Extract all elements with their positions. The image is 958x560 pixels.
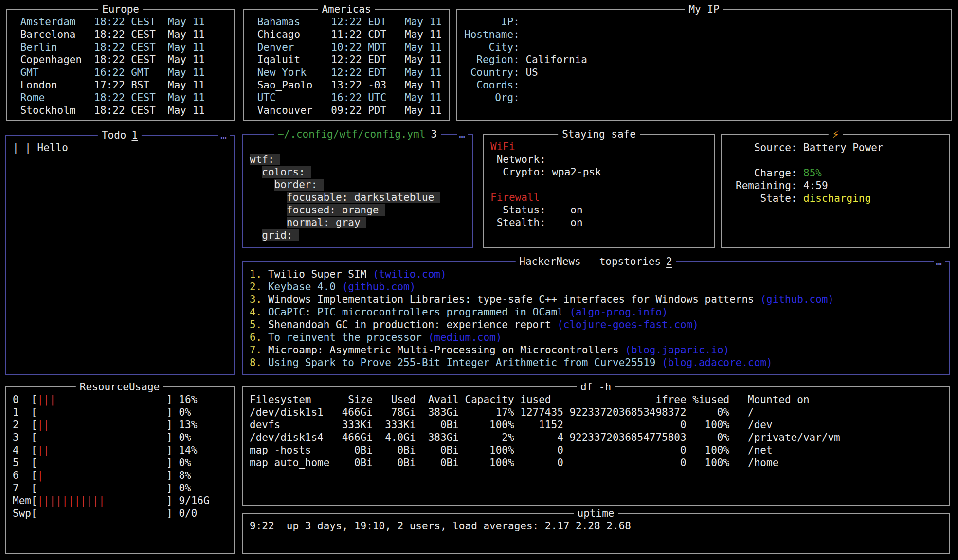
hn-story-item[interactable]: 5. Shenandoah GC in production: experien… — [250, 318, 945, 331]
battery-row: Remaining: 4:59 — [736, 179, 945, 192]
hn-rank: 7. — [250, 344, 268, 356]
ip-detail-label: Country: — [464, 67, 520, 78]
panel-title-resource-usage: ResourceUsage — [76, 381, 163, 393]
panel-clocks-europe: Europe Amsterdam 18:22 CEST May 11 Barce… — [6, 9, 235, 121]
clock-row: New_York 12:22 EDT May 11 — [251, 66, 445, 79]
clock-row: Denver 10:22 MDT May 11 — [251, 41, 445, 53]
hn-story-item[interactable]: 1. Twilio Super SIM (twilio.com) — [250, 268, 945, 280]
meter-bars: ||||||||||| — [37, 495, 167, 507]
panel-hackernews[interactable]: HackerNews - topstories2 … 1. Twilio Sup… — [242, 261, 950, 375]
hn-story-title: OCaPIC: PIC microcontrollers programmed … — [268, 306, 570, 318]
config-code: focusable: darkslateblue — [287, 192, 440, 203]
config-line: focused: orange — [250, 204, 468, 216]
hn-story-link: (blog.japaric.io) — [625, 344, 729, 356]
ip-detail-value — [520, 29, 526, 40]
resource-meter-row: 7 [ ] 0% — [13, 482, 230, 494]
hn-rank: 4. — [250, 306, 268, 318]
clock-row: Berlin 18:22 CEST May 11 — [14, 41, 230, 53]
meter-label: 4 [ — [13, 444, 37, 456]
ip-detail-label: City: — [464, 41, 520, 53]
meter-label: 5 [ — [13, 457, 37, 469]
clock-row: Copenhagen 18:22 CEST May 11 — [14, 53, 230, 66]
todo-overflow-indicator-icon: … — [218, 129, 230, 141]
meter-label: 0 [ — [13, 394, 37, 405]
hn-rank: 8. — [250, 357, 268, 368]
meter-value: ] 0% — [166, 406, 191, 418]
hn-story-title: Keybase 4.0 — [268, 281, 342, 293]
hn-rank: 5. — [250, 319, 268, 331]
uptime-text: 9:22 up 3 days, 19:10, 2 users, load ave… — [243, 514, 949, 553]
security-text: Network: — [490, 154, 546, 165]
todo-focus-index: 1 — [131, 129, 138, 141]
ip-detail-value: California — [520, 54, 587, 66]
clock-row: Barcelona 18:22 CEST May 11 — [14, 28, 230, 41]
ip-detail-label: IP: — [464, 16, 520, 28]
config-line: grid: — [250, 229, 468, 242]
config-line: wtf: — [250, 153, 468, 166]
ip-detail-row: Org: — [464, 91, 947, 104]
hn-story-item[interactable]: 2. Keybase 4.0 (github.com) — [250, 280, 945, 293]
clock-row: London 17:22 BST May 11 — [14, 79, 230, 91]
meter-bars — [37, 457, 167, 469]
panel-title-americas: Americas — [318, 3, 375, 16]
hackernews-focus-index: 2 — [666, 256, 672, 267]
panel-title-uptime: uptime — [574, 507, 618, 520]
security-text: Stealth: on — [490, 217, 583, 228]
hn-story-link: (algo-prog.info) — [569, 306, 668, 318]
battery-label: Charge: — [736, 167, 803, 179]
panel-title-config: ~/.config/wtf/config.yml3 — [274, 128, 441, 140]
security-line: WiFi — [490, 140, 710, 153]
clocks-americas-list: Bahamas 12:22 EDT May 11 Chicago 11:22 C… — [244, 10, 449, 120]
meter-bars — [37, 482, 167, 494]
panel-battery: ⚡ Source: Battery Power Charge: 85%Remai… — [721, 134, 950, 248]
ip-detail-label: Coords: — [464, 79, 520, 91]
clock-row: UTC 16:22 UTC May 11 — [251, 91, 445, 104]
meter-label: 2 [ — [13, 419, 37, 431]
hn-story-title: Windows Implementation Libraries: type-s… — [268, 294, 760, 305]
hn-story-item[interactable]: 7. Microamp: Asymmetric Multi-Processing… — [250, 344, 945, 356]
security-line: Status: on — [490, 204, 710, 216]
meter-value: ] 0% — [166, 482, 191, 494]
clock-row: Chicago 11:22 CDT May 11 — [251, 28, 445, 41]
config-code: focused: orange — [287, 204, 385, 216]
hn-story-title: Using Spark to Prove 255-Bit Integer Ari… — [268, 357, 662, 368]
battery-row: Source: Battery Power — [736, 141, 945, 154]
battery-details: Source: Battery Power Charge: 85%Remaini… — [722, 135, 949, 247]
clocks-europe-list: Amsterdam 18:22 CEST May 11 Barcelona 18… — [7, 10, 234, 120]
meter-bars — [37, 508, 167, 519]
ip-detail-row: IP: — [464, 16, 947, 28]
panel-config-file[interactable]: ~/.config/wtf/config.yml3 … wtf: colors:… — [242, 134, 473, 248]
meter-label: 7 [ — [13, 482, 37, 494]
meter-label: 6 [ — [13, 470, 37, 481]
security-text: Crypto: wpa2-psk — [490, 166, 601, 178]
ip-detail-value — [520, 92, 526, 104]
hn-story-item[interactable]: 6. To reinvent the processor (medium.com… — [250, 331, 945, 344]
ip-detail-row: Hostname: — [464, 28, 947, 41]
ip-detail-label: Region: — [464, 54, 520, 66]
meter-value: ] 13% — [166, 419, 197, 431]
security-line — [490, 178, 710, 191]
panel-title-df: df -h — [577, 381, 615, 393]
clock-row: Stockholm 18:22 CEST May 11 — [14, 104, 230, 117]
config-code: grid: — [262, 229, 299, 241]
battery-label: Source: — [736, 142, 803, 154]
ip-detail-row: Country: US — [464, 66, 947, 79]
wtf-terminal-dashboard: Europe Amsterdam 18:22 CEST May 11 Barce… — [0, 0, 958, 560]
resource-meter-row: 2 [|| ] 13% — [13, 419, 230, 431]
hn-story-title: Twilio Super SIM — [268, 268, 373, 280]
battery-label: State: — [736, 192, 803, 204]
todo-item-text: Hello — [31, 142, 68, 154]
ip-detail-label: Org: — [464, 92, 520, 104]
resource-meter-row: 0 [||| ] 16% — [13, 393, 230, 406]
config-line: border: — [250, 178, 468, 191]
panel-todo[interactable]: Todo1 … | | Hello — [5, 135, 235, 375]
ip-detail-value: US — [520, 67, 538, 78]
panel-df: df -h Filesystem Size Used Avail Capacit… — [242, 386, 950, 506]
hn-story-item[interactable]: 8. Using Spark to Prove 255-Bit Integer … — [250, 356, 945, 369]
hn-story-item[interactable]: 3. Windows Implementation Libraries: typ… — [250, 293, 945, 306]
security-line: Firewall — [490, 191, 710, 204]
battery-row — [736, 154, 945, 167]
todo-item[interactable]: | | Hello — [13, 141, 230, 154]
hn-story-item[interactable]: 4. OCaPIC: PIC microcontrollers programm… — [250, 306, 945, 318]
config-code: colors: — [262, 166, 311, 178]
